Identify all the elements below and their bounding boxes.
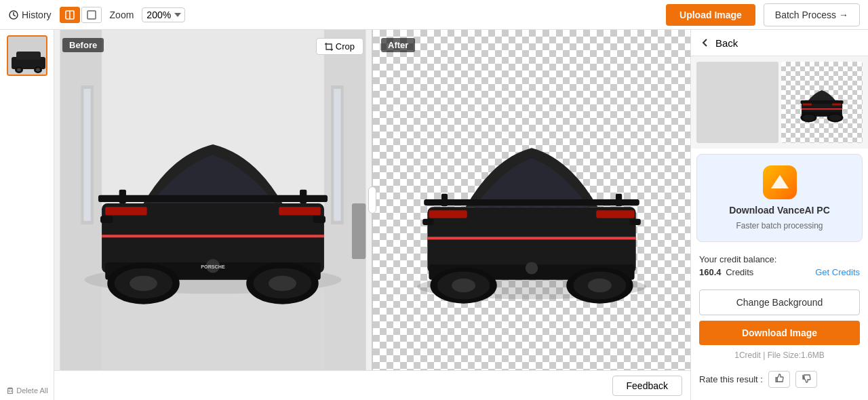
- svg-point-36: [130, 276, 157, 292]
- preview-section: [691, 56, 868, 148]
- svg-rect-26: [119, 190, 126, 203]
- svg-rect-50: [616, 194, 622, 206]
- svg-rect-11: [8, 389, 13, 394]
- svg-rect-21: [334, 89, 340, 221]
- svg-point-10: [36, 68, 40, 72]
- history-button[interactable]: History: [8, 9, 52, 20]
- svg-rect-48: [424, 199, 639, 205]
- action-buttons: Change Background Download Image 1Credit…: [691, 284, 868, 365]
- svg-rect-64: [629, 219, 640, 225]
- delete-all-section: Delete All: [0, 386, 54, 395]
- upload-image-button[interactable]: Upload Image: [666, 4, 755, 26]
- svg-point-74: [829, 115, 841, 121]
- svg-rect-63: [422, 219, 433, 225]
- svg-point-72: [802, 115, 814, 121]
- zoom-label: Zoom: [110, 9, 134, 20]
- svg-text:PORSCHE: PORSCHE: [201, 264, 225, 270]
- vanceai-promo[interactable]: Download VanceAI PC Faster batch process…: [696, 154, 863, 242]
- credit-section: Your credit balance: 160.4 Credits Get C…: [691, 247, 868, 284]
- vanceai-icon: [763, 165, 797, 199]
- right-panel: Back: [690, 30, 868, 400]
- vanceai-title: Download VanceAI PC: [729, 205, 830, 216]
- rate-label: Rate this result :: [699, 374, 763, 384]
- batch-process-button[interactable]: Batch Process →: [764, 3, 860, 26]
- svg-rect-42: [105, 207, 146, 215]
- svg-rect-17: [324, 30, 366, 370]
- feedback-bar: Feedback: [54, 370, 690, 400]
- change-background-button[interactable]: Change Background: [699, 289, 860, 315]
- svg-rect-40: [100, 216, 113, 223]
- svg-rect-66: [596, 210, 634, 218]
- thumbnail-item[interactable]: [7, 35, 47, 76]
- sidebar-left: Delete All: [0, 30, 54, 400]
- credit-row: 160.4 Credits Get Credits: [699, 267, 860, 277]
- svg-rect-51: [427, 237, 635, 239]
- image-compare: Before Crop: [54, 30, 690, 370]
- zoom-select[interactable]: 50% 100% 150% 200% 300%: [142, 7, 185, 22]
- svg-point-59: [452, 279, 475, 292]
- split-view-button[interactable]: [60, 7, 80, 23]
- after-label: After: [381, 38, 415, 52]
- svg-rect-19: [83, 89, 90, 221]
- preview-thumb-before: [696, 62, 778, 143]
- svg-rect-22: [352, 203, 366, 259]
- single-view-button[interactable]: [81, 7, 102, 23]
- after-panel: After: [373, 30, 690, 370]
- crop-button[interactable]: Crop: [316, 38, 363, 55]
- before-panel: Before Crop: [54, 30, 372, 370]
- svg-rect-25: [98, 195, 328, 202]
- download-image-button[interactable]: Download Image: [699, 321, 860, 345]
- rate-section: Rate this result :: [691, 365, 868, 393]
- thumbs-up-button[interactable]: [768, 371, 790, 388]
- svg-point-8: [17, 68, 21, 72]
- thumbs-down-button[interactable]: [795, 371, 817, 388]
- center-content: Before Crop: [54, 30, 690, 400]
- svg-rect-76: [802, 104, 812, 106]
- file-info: 1Credit | File Size:1.6MB: [699, 351, 860, 360]
- svg-rect-28: [102, 235, 324, 237]
- preview-thumb-after: [781, 62, 863, 143]
- credit-amount: 160.4 Credits: [699, 267, 753, 277]
- divider-handle[interactable]: [368, 186, 376, 214]
- svg-point-39: [269, 276, 296, 292]
- svg-rect-65: [429, 210, 467, 218]
- before-label: Before: [62, 38, 104, 52]
- back-header[interactable]: Back: [691, 30, 868, 56]
- get-credits-link[interactable]: Get Credits: [815, 267, 860, 277]
- view-toggle: [60, 7, 102, 23]
- svg-rect-49: [441, 194, 448, 206]
- svg-rect-3: [87, 11, 96, 19]
- svg-rect-41: [313, 216, 326, 223]
- vanceai-sub: Faster batch processing: [736, 221, 823, 231]
- svg-point-67: [526, 262, 538, 274]
- svg-rect-43: [279, 207, 320, 215]
- svg-rect-27: [300, 190, 307, 203]
- svg-rect-69: [800, 100, 843, 104]
- main-layout: Delete All Before Crop: [0, 30, 868, 400]
- feedback-button[interactable]: Feedback: [612, 376, 682, 396]
- svg-point-62: [588, 279, 612, 292]
- svg-rect-77: [832, 104, 842, 106]
- delete-all-button[interactable]: Delete All: [6, 386, 47, 395]
- svg-rect-75: [802, 108, 842, 110]
- panel-divider: [372, 30, 373, 370]
- svg-rect-6: [16, 52, 41, 60]
- credit-label: Your credit balance:: [699, 254, 860, 264]
- topbar: History Zoom 50% 100% 150% 200% 300% Upl…: [0, 0, 868, 30]
